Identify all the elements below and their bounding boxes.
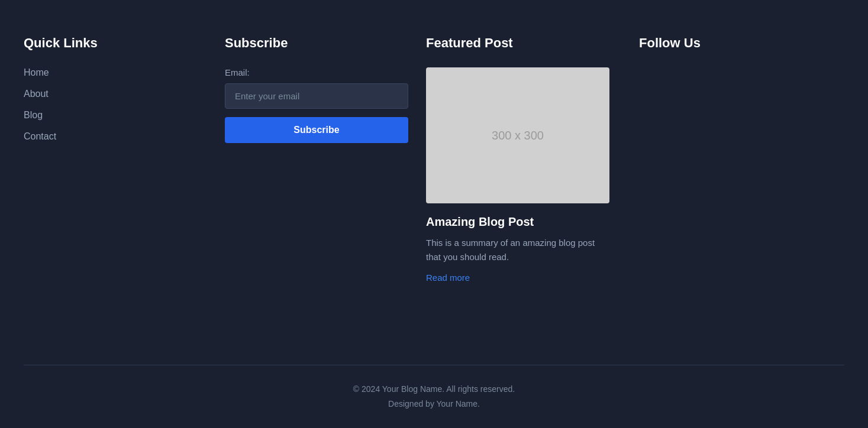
nav-link-home[interactable]: Home: [24, 67, 49, 77]
footer-bottom: © 2024 Your Blog Name. All rights reserv…: [0, 365, 868, 428]
post-title: Amazing Blog Post: [426, 215, 639, 229]
featured-post-section: Featured Post 300 x 300 Amazing Blog Pos…: [426, 35, 639, 329]
follow-us-section: Follow Us: [639, 35, 844, 329]
featured-image-placeholder: 300 x 300: [426, 67, 609, 203]
copyright-text: © 2024 Your Blog Name. All rights reserv…: [24, 382, 844, 397]
quick-links-list: Home About Blog Contact: [24, 67, 225, 142]
featured-post-title: Featured Post: [426, 35, 639, 51]
list-item: About: [24, 89, 225, 99]
subscribe-title: Subscribe: [225, 35, 426, 51]
subscribe-section: Subscribe Email: Subscribe: [225, 35, 426, 329]
nav-link-blog[interactable]: Blog: [24, 110, 43, 120]
follow-us-title: Follow Us: [639, 35, 844, 51]
nav-link-contact[interactable]: Contact: [24, 131, 56, 141]
quick-links-section: Quick Links Home About Blog Contact: [24, 35, 225, 329]
list-item: Contact: [24, 131, 225, 142]
nav-link-about[interactable]: About: [24, 89, 49, 99]
email-input[interactable]: [225, 83, 408, 109]
quick-links-title: Quick Links: [24, 35, 225, 51]
email-label: Email:: [225, 67, 426, 77]
read-more-link[interactable]: Read more: [426, 273, 470, 283]
post-summary: This is a summary of an amazing blog pos…: [426, 236, 598, 264]
list-item: Blog: [24, 110, 225, 121]
list-item: Home: [24, 67, 225, 78]
image-placeholder-text: 300 x 300: [492, 129, 544, 142]
subscribe-button[interactable]: Subscribe: [225, 117, 408, 143]
designed-by-text: Designed by Your Name.: [24, 397, 844, 411]
